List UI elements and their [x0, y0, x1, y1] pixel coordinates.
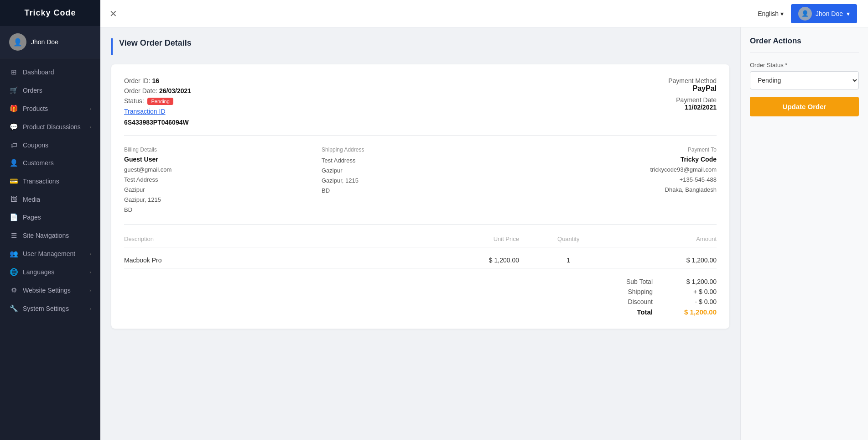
sidebar-item-label: Coupons: [23, 141, 48, 149]
sidebar-item-left: 🖼 Media: [9, 195, 40, 203]
sidebar-item-media[interactable]: 🖼 Media: [0, 190, 100, 208]
brand-name: Tricky Code: [0, 0, 100, 26]
language-label: English: [758, 10, 779, 17]
chevron-right-icon: ›: [89, 106, 91, 111]
item-description: Macbook Pro: [124, 257, 421, 264]
sidebar-item-left: 💬 Product Discussions: [9, 123, 81, 131]
user-management-icon: 👥: [9, 250, 18, 258]
sidebar-item-orders[interactable]: 🛒 Orders: [0, 81, 100, 100]
sidebar-item-label: Dashboard: [23, 68, 54, 76]
transaction-code: 6S433983PT046094W: [124, 119, 191, 126]
update-order-button[interactable]: Update Order: [750, 97, 859, 116]
sidebar-item-website-settings[interactable]: ⚙ Website Settings ›: [0, 281, 100, 299]
col-unit-price-header: Unit Price: [421, 236, 520, 242]
sidebar-item-pages[interactable]: 📄 Pages: [0, 208, 100, 226]
transaction-id-row: Transaction ID: [124, 108, 191, 115]
sidebar-item-product-discussions[interactable]: 💬 Product Discussions ›: [0, 118, 100, 136]
item-quantity: 1: [519, 257, 618, 264]
payment-to: Payment To Tricky Code trickycode93@gmai…: [519, 147, 717, 215]
billing-name: Guest User: [124, 156, 322, 163]
sidebar-item-customers[interactable]: 👤 Customers: [0, 154, 100, 172]
billing-section-label: Billing Details: [124, 147, 322, 153]
status-badge: Pending: [147, 98, 173, 105]
sidebar-item-label: Product Discussions: [23, 123, 81, 131]
shipping-row: Shipping + $ 0.00: [616, 288, 717, 295]
order-info-left: Order ID: 16 Order Date: 26/03/2021 Stat…: [124, 77, 191, 126]
order-id-label: Order ID:: [124, 77, 151, 84]
billing-address: Billing Details Guest User guest@gmail.c…: [124, 147, 322, 215]
subtotal-label: Sub Total: [616, 278, 653, 285]
chevron-right-icon: ›: [89, 288, 91, 293]
payment-date-value: 11/02/2021: [668, 104, 717, 111]
billing-zip: Gazipur, 1215: [124, 195, 322, 205]
discount-label: Discount: [616, 298, 653, 305]
discount-row: Discount - $ 0.00: [616, 298, 717, 305]
total-label: Total: [616, 308, 653, 316]
website-settings-icon: ⚙: [9, 286, 18, 294]
sidebar-item-left: 🛒 Orders: [9, 86, 42, 94]
line-items-container: Macbook Pro $ 1,200.00 1 $ 1,200.00: [124, 252, 717, 269]
language-chevron-icon: ▾: [780, 10, 784, 17]
sidebar-item-left: ⚙ Website Settings: [9, 286, 71, 294]
discount-value: - $ 0.00: [671, 298, 717, 305]
payment-to-company: Tricky Code: [519, 156, 717, 163]
payment-to-address: Dhaka, Bangladesh: [519, 185, 717, 195]
sidebar-item-label: User Management: [23, 250, 75, 257]
products-icon: 🎁: [9, 105, 18, 113]
chevron-right-icon: ›: [89, 306, 91, 311]
topbar-user-button[interactable]: 👤 Jhon Doe ▾: [791, 4, 857, 23]
sidebar-user-name: Jhon Doe: [31, 38, 58, 46]
sidebar-item-label: Languages: [23, 268, 54, 276]
language-selector[interactable]: English ▾: [758, 10, 784, 17]
sidebar-item-left: 🔧 System Settings: [9, 304, 69, 313]
sidebar-item-left: ⊞ Dashboard: [9, 68, 54, 76]
shipping-address1: Test Address: [322, 156, 519, 166]
sidebar-item-label: Orders: [23, 87, 42, 94]
sidebar-item-label: Site Navigations: [23, 232, 69, 239]
sidebar-item-transactions[interactable]: 💳 Transactions: [0, 172, 100, 190]
topbar: ✕ English ▾ 👤 Jhon Doe ▾: [100, 0, 868, 27]
topbar-user-name: Jhon Doe: [816, 10, 843, 17]
topbar-user-avatar: 👤: [798, 7, 812, 21]
sidebar-item-left: 🌐 Languages: [9, 268, 54, 276]
items-table-header: Description Unit Price Quantity Amount: [124, 236, 717, 247]
order-id-value: 16: [152, 77, 159, 84]
sidebar-item-label: Products: [23, 105, 48, 112]
sidebar-item-site-navigations[interactable]: ☰ Site Navigations: [0, 226, 100, 245]
sidebar-item-system-settings[interactable]: 🔧 System Settings ›: [0, 299, 100, 318]
sidebar: Tricky Code 👤 Jhon Doe ⊞ Dashboard 🛒 Ord…: [0, 0, 100, 440]
sidebar-item-left: 📄 Pages: [9, 213, 41, 221]
shipping-zip: Gazipur, 1215: [322, 176, 519, 186]
sidebar-nav: ⊞ Dashboard 🛒 Orders 🎁 Products › 💬 Prod…: [0, 58, 100, 322]
subtotal-row: Sub Total $ 1,200.00: [616, 278, 717, 285]
chevron-right-icon: ›: [89, 269, 91, 275]
sidebar-item-coupons[interactable]: 🏷 Coupons: [0, 136, 100, 154]
system-settings-icon: 🔧: [9, 304, 18, 313]
close-icon[interactable]: ✕: [109, 8, 117, 19]
col-description-header: Description: [124, 236, 421, 242]
sidebar-item-products[interactable]: 🎁 Products ›: [0, 100, 100, 118]
sidebar-item-languages[interactable]: 🌐 Languages ›: [0, 263, 100, 281]
sidebar-user: 👤 Jhon Doe: [0, 26, 100, 58]
item-amount: $ 1,200.00: [618, 257, 717, 264]
totals-section: Sub Total $ 1,200.00 Shipping + $ 0.00 D…: [124, 278, 717, 316]
payment-to-label: Payment To: [519, 147, 717, 153]
total-row: Total $ 1,200.00: [616, 308, 717, 316]
items-table: Description Unit Price Quantity Amount M…: [124, 236, 717, 269]
addresses-section: Billing Details Guest User guest@gmail.c…: [124, 147, 717, 225]
sidebar-item-dashboard[interactable]: ⊞ Dashboard: [0, 63, 100, 81]
order-info-top: Order ID: 16 Order Date: 26/03/2021 Stat…: [124, 77, 717, 136]
sidebar-item-user-management[interactable]: 👥 User Management ›: [0, 245, 100, 263]
order-actions-title: Order Actions: [750, 37, 859, 52]
customers-icon: 👤: [9, 159, 18, 167]
shipping-cost-label: Shipping: [616, 288, 653, 295]
col-amount-header: Amount: [618, 236, 717, 242]
order-date-value: 26/03/2021: [159, 87, 191, 94]
order-status-select[interactable]: PendingProcessingCompletedCancelledRefun…: [750, 71, 859, 89]
order-date-row: Order Date: 26/03/2021: [124, 87, 191, 94]
sidebar-item-label: Website Settings: [23, 287, 71, 294]
sidebar-user-avatar: 👤: [9, 33, 26, 51]
transaction-id-link[interactable]: Transaction ID: [124, 108, 166, 115]
shipping-address: Shipping Address Test Address Gazipur Ga…: [322, 147, 519, 215]
table-row: Macbook Pro $ 1,200.00 1 $ 1,200.00: [124, 252, 717, 269]
